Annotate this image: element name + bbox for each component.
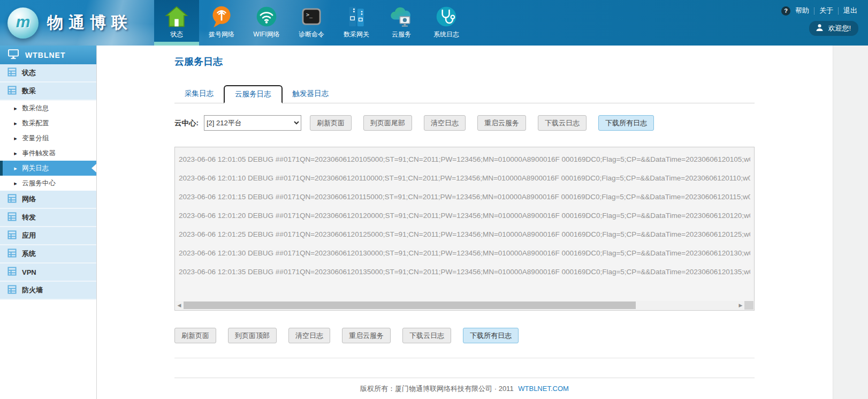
sidebar-item-label: 转发 bbox=[22, 213, 36, 222]
wtblnet-link[interactable]: WTBLNET.COM bbox=[518, 385, 569, 393]
nav-label: 数采网关 bbox=[344, 30, 369, 39]
tab-bar: 采集日志 云服务日志 触发器日志 bbox=[174, 84, 755, 103]
scroll-left-icon[interactable]: ◀ bbox=[176, 301, 183, 310]
top-links: ? 帮助 关于 退出 bbox=[781, 6, 857, 16]
triangle-icon: ▶ bbox=[14, 106, 17, 110]
scrollbar-corner bbox=[744, 301, 753, 310]
logout-link[interactable]: 退出 bbox=[843, 6, 857, 16]
help-icon: ? bbox=[781, 6, 790, 16]
help-link[interactable]: 帮助 bbox=[795, 6, 809, 16]
sidebar-item-network[interactable]: 网络 bbox=[0, 191, 96, 209]
go-page-top-button[interactable]: 到页面顶部 bbox=[228, 328, 277, 343]
refresh-page-button[interactable]: 刷新页面 bbox=[310, 115, 352, 131]
sidebar-item-status[interactable]: 状态 bbox=[0, 64, 96, 82]
sidebar-item-forwarding[interactable]: 转发 bbox=[0, 209, 96, 227]
go-page-bottom-button[interactable]: 到页面尾部 bbox=[363, 115, 412, 131]
sidebar-item-vpn[interactable]: VPN bbox=[0, 264, 96, 282]
restart-cloud-service-button-bottom[interactable]: 重启云服务 bbox=[342, 328, 391, 343]
device-name: WTBLNET bbox=[25, 51, 65, 59]
sidebar-item-system[interactable]: 系统 bbox=[0, 245, 96, 264]
stethoscope-icon bbox=[435, 4, 458, 29]
brand-name: 物通博联 bbox=[47, 12, 133, 34]
top-nav: 状态 拨号网络 bbox=[154, 0, 469, 46]
content: 云服务日志 采集日志 云服务日志 触发器日志 云中心: [2] 212平台 刷新… bbox=[174, 46, 755, 394]
log-line: 2023-06-06 12:01:10 DEBUG ##0171QN=20230… bbox=[179, 169, 750, 187]
nav-label: 系统日志 bbox=[433, 30, 459, 39]
nav-label: 云服务 bbox=[392, 30, 411, 39]
cloud-center-select[interactable]: [2] 212平台 bbox=[204, 115, 301, 131]
sidebar-item-label: 数采 bbox=[22, 86, 36, 96]
sidebar-subitem-label: 数采配置 bbox=[22, 119, 49, 128]
nav-item-status[interactable]: 状态 bbox=[154, 0, 199, 46]
tab-cloud-service-log[interactable]: 云服务日志 bbox=[224, 85, 283, 103]
triangle-icon: ▶ bbox=[14, 151, 17, 155]
log-line: 2023-06-06 12:01:20 DEBUG ##0171QN=20230… bbox=[179, 206, 750, 225]
log-viewer[interactable]: 2023-06-06 12:01:05 DEBUG ##0171QN=20230… bbox=[174, 147, 755, 311]
scroll-right-icon[interactable]: ▶ bbox=[737, 301, 744, 310]
nav-item-dial-network[interactable]: 拨号网络 bbox=[199, 0, 244, 46]
horizontal-scrollbar[interactable]: ◀ ▶ bbox=[176, 301, 744, 310]
section-divider bbox=[174, 358, 755, 358]
triangle-icon: ▶ bbox=[14, 136, 17, 140]
terminal-icon: >_ bbox=[300, 4, 323, 29]
sidebar-item-label: 网络 bbox=[22, 194, 36, 204]
bottom-actions: 刷新页面 到页面顶部 清空日志 重启云服务 下载云日志 下载所有日志 bbox=[174, 328, 755, 343]
download-cloud-log-button-bottom[interactable]: 下载云日志 bbox=[402, 328, 451, 343]
tab-collect-log[interactable]: 采集日志 bbox=[174, 85, 224, 103]
divider bbox=[838, 7, 839, 14]
sidebar-subitem-cloud-center[interactable]: ▶ 云服务中心 bbox=[0, 176, 96, 191]
nav-item-wifi-network[interactable]: WIFI网络 bbox=[244, 0, 289, 46]
grid-icon bbox=[7, 212, 17, 223]
cloud-service-icon bbox=[389, 4, 414, 29]
sidebar-item-datacollect[interactable]: 数采 bbox=[0, 82, 96, 101]
download-cloud-log-button[interactable]: 下载云日志 bbox=[538, 115, 587, 131]
welcome-badge[interactable]: 欢迎您! bbox=[809, 21, 858, 36]
grid-icon bbox=[7, 267, 17, 277]
log-line: 2023-06-06 12:01:30 DEBUG ##0171QN=20230… bbox=[179, 244, 750, 262]
sidebar-subitem-label: 变量分组 bbox=[22, 134, 49, 143]
nav-item-gateway[interactable]: 数采网关 bbox=[334, 0, 379, 46]
page-title: 云服务日志 bbox=[174, 55, 755, 68]
download-all-logs-button-bottom[interactable]: 下载所有日志 bbox=[463, 328, 519, 343]
scrollbar-thumb[interactable] bbox=[184, 302, 636, 309]
download-all-logs-button[interactable]: 下载所有日志 bbox=[598, 115, 654, 131]
restart-cloud-service-button[interactable]: 重启云服务 bbox=[477, 115, 526, 131]
log-line: 2023-06-06 12:01:25 DEBUG ##0171QN=20230… bbox=[179, 225, 750, 244]
nav-label: 拨号网络 bbox=[209, 30, 234, 39]
nav-item-diagnostic[interactable]: >_ 诊断命令 bbox=[289, 0, 334, 46]
refresh-page-button-bottom[interactable]: 刷新页面 bbox=[174, 328, 216, 343]
triangle-icon: ▶ bbox=[14, 121, 17, 125]
sidebar-subitem-gateway-log[interactable]: ▶ 网关日志 bbox=[0, 161, 96, 176]
brand-logo-icon: m bbox=[7, 7, 39, 39]
grid-icon bbox=[7, 194, 17, 205]
nav-item-cloud-service[interactable]: 云服务 bbox=[379, 0, 424, 46]
sidebar-item-application[interactable]: 应用 bbox=[0, 227, 96, 245]
about-link[interactable]: 关于 bbox=[819, 6, 833, 16]
sidebar-item-label: VPN bbox=[22, 268, 36, 276]
sidebar-subitem-label: 事件触发器 bbox=[22, 149, 56, 158]
sidebar-subitem-event-trigger[interactable]: ▶ 事件触发器 bbox=[0, 146, 96, 161]
user-icon bbox=[816, 24, 824, 33]
grid-icon bbox=[7, 285, 17, 296]
nav-item-system-log[interactable]: 系统日志 bbox=[424, 0, 469, 46]
log-lines: 2023-06-06 12:01:05 DEBUG ##0171QN=20230… bbox=[175, 147, 754, 281]
sidebar-subitem-variable-group[interactable]: ▶ 变量分组 bbox=[0, 131, 96, 146]
copyright-text: 版权所有：厦门物通博联网络科技有限公司 · 2011 bbox=[360, 385, 514, 393]
cloud-center-label: 云中心: bbox=[174, 118, 199, 128]
clear-log-button-bottom[interactable]: 清空日志 bbox=[288, 328, 330, 343]
clear-log-button[interactable]: 清空日志 bbox=[424, 115, 466, 131]
log-line: 2023-06-06 12:01:35 DEBUG ##0171QN=20230… bbox=[179, 262, 750, 281]
triangle-icon: ▶ bbox=[14, 181, 17, 185]
nav-label: 状态 bbox=[170, 30, 183, 39]
gateway-icon bbox=[345, 4, 368, 29]
sidebar-subitem-label: 数采信息 bbox=[22, 104, 49, 113]
tab-trigger-log[interactable]: 触发器日志 bbox=[283, 85, 339, 103]
sidebar-subitem-datacollect-config[interactable]: ▶ 数采配置 bbox=[0, 116, 96, 131]
grid-icon bbox=[7, 86, 17, 96]
sidebar-subitem-datacollect-info[interactable]: ▶ 数采信息 bbox=[0, 101, 96, 116]
triangle-icon: ▶ bbox=[14, 166, 17, 170]
toolbar: 云中心: [2] 212平台 刷新页面 到页面尾部 清空日志 重启云服务 下载云… bbox=[174, 115, 755, 131]
sidebar-item-label: 防火墙 bbox=[22, 285, 43, 295]
grid-icon bbox=[7, 249, 17, 259]
sidebar-item-firewall[interactable]: 防火墙 bbox=[0, 282, 96, 300]
